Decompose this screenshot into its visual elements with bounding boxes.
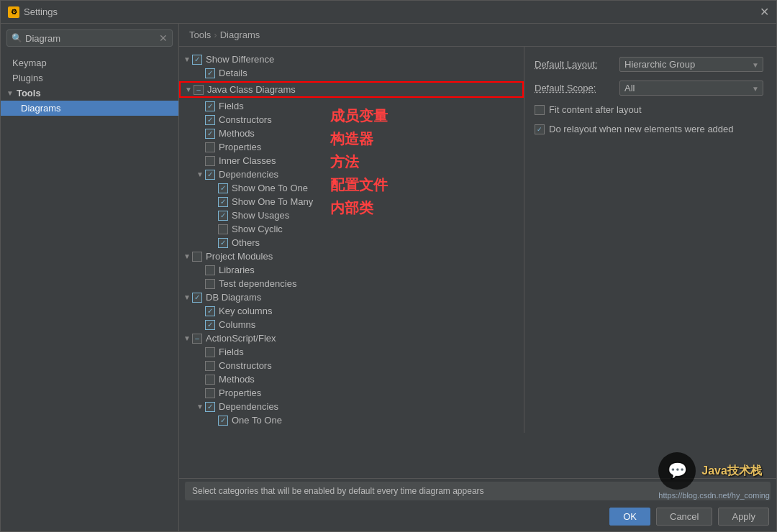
as-methods-label: Methods [219, 374, 255, 385]
sidebar-item-plugins[interactable]: Plugins [1, 70, 178, 86]
libraries-label: Libraries [219, 265, 255, 275]
as-one-to-one-label: One To One [232, 415, 282, 426]
window-icon: ⚙ [8, 6, 19, 18]
libraries-checkbox[interactable] [205, 265, 215, 275]
as-dep-toggle[interactable]: ▼ [195, 403, 205, 411]
as-one-to-one-checkbox[interactable]: ✓ [218, 416, 228, 426]
fit-content-checkbox[interactable] [535, 105, 545, 115]
dependencies-label: Dependencies [219, 169, 278, 180]
details-label: Details [219, 68, 247, 78]
tree-row-dependencies[interactable]: ▼ ✓ Dependencies [179, 168, 524, 181]
as-constructors-label: Constructors [219, 360, 272, 371]
inner-classes-checkbox[interactable] [205, 156, 215, 166]
tree-row-project-modules[interactable]: ▼ Project Modules [179, 249, 524, 263]
tree-row-properties[interactable]: Properties [179, 140, 524, 154]
close-button[interactable]: ✕ [760, 6, 769, 18]
project-modules-label: Project Modules [206, 251, 273, 262]
tree-row-methods[interactable]: ✓ Methods [179, 127, 524, 140]
sidebar-item-plugins-label: Plugins [12, 73, 43, 83]
apply-button[interactable]: Apply [718, 508, 769, 526]
tree-row-fields[interactable]: ✓ Fields [179, 99, 524, 113]
default-layout-select[interactable]: Hierarchic Group Circular Organic Orthog… [619, 57, 763, 72]
dependencies-checkbox[interactable]: ✓ [205, 170, 215, 180]
show-cyclic-checkbox[interactable] [218, 224, 228, 234]
others-label: Others [232, 237, 260, 248]
inner-classes-label: Inner Classes [219, 155, 276, 166]
tree-row-details[interactable]: ✓ Details [179, 66, 524, 80]
ok-button[interactable]: OK [609, 508, 650, 526]
constructors-label: Constructors [219, 114, 272, 125]
default-scope-select[interactable]: All Project Module [619, 81, 763, 96]
tree-row-inner-classes[interactable]: Inner Classes [179, 154, 524, 168]
others-checkbox[interactable]: ✓ [218, 238, 228, 248]
show-difference-toggle[interactable]: ▼ [182, 55, 192, 63]
cancel-button[interactable]: Cancel [656, 508, 712, 526]
tree-row-test-dependencies[interactable]: Test dependencies [179, 277, 524, 290]
key-columns-checkbox[interactable]: ✓ [205, 306, 215, 316]
tree-row-show-one-to-one[interactable]: ✓ Show One To One [179, 181, 524, 195]
columns-checkbox[interactable]: ✓ [205, 320, 215, 330]
tree-row-show-difference[interactable]: ▼ ✓ Show Difference [179, 52, 524, 66]
sidebar-item-diagrams[interactable]: Diagrams [1, 101, 178, 116]
tree-row-as-methods[interactable]: Methods [179, 372, 524, 386]
fields-checkbox[interactable]: ✓ [205, 101, 215, 111]
tree-row-actionscript-flex[interactable]: ▼ – ActionScript/Flex [179, 331, 524, 345]
constructors-checkbox[interactable]: ✓ [205, 115, 215, 125]
tree-row-show-one-to-many[interactable]: ✓ Show One To Many [179, 195, 524, 208]
java-class-label: Java Class Diagrams [207, 84, 296, 95]
tree-row-as-dependencies[interactable]: ▼ ✓ Dependencies [179, 400, 524, 413]
tree-row-as-one-to-one[interactable]: ✓ One To One [179, 413, 524, 427]
search-input[interactable] [25, 33, 156, 44]
fit-content-row[interactable]: Fit content after layout [535, 104, 766, 115]
as-flex-toggle[interactable]: ▼ [182, 334, 192, 342]
as-properties-checkbox[interactable] [205, 388, 215, 398]
tree-row-show-cyclic[interactable]: Show Cyclic [179, 222, 524, 236]
tree-row-columns[interactable]: ✓ Columns [179, 318, 524, 331]
tree-row-libraries[interactable]: Libraries [179, 263, 524, 277]
fit-content-label: Fit content after layout [549, 104, 642, 115]
tree-row-constructors[interactable]: ✓ Constructors [179, 113, 524, 127]
show-difference-checkbox[interactable]: ✓ [192, 55, 202, 65]
methods-checkbox[interactable]: ✓ [205, 129, 215, 139]
db-diagrams-toggle[interactable]: ▼ [182, 293, 192, 301]
relayout-row[interactable]: ✓ Do relayout when new elements were add… [535, 124, 766, 134]
properties-label: Properties [219, 142, 261, 152]
tree-row-as-properties[interactable]: Properties [179, 386, 524, 400]
dependencies-toggle[interactable]: ▼ [195, 170, 205, 178]
as-fields-checkbox[interactable] [205, 347, 215, 357]
relayout-label: Do relayout when new elements were added [549, 124, 734, 134]
show-one-to-one-checkbox[interactable]: ✓ [218, 183, 228, 193]
right-settings-pane: Default Layout: Hierarchic Group Circula… [524, 47, 776, 478]
java-class-checkbox[interactable]: – [194, 85, 204, 95]
tree-row-db-diagrams[interactable]: ▼ ✓ DB Diagrams [179, 290, 524, 304]
sidebar-item-keymap[interactable]: Keymap [1, 55, 178, 70]
as-flex-checkbox[interactable]: – [192, 334, 202, 344]
show-usages-checkbox[interactable]: ✓ [218, 211, 228, 221]
search-icon: 🔍 [12, 33, 22, 43]
show-one-to-many-checkbox[interactable]: ✓ [218, 197, 228, 207]
properties-checkbox[interactable] [205, 142, 215, 152]
relayout-checkbox[interactable]: ✓ [535, 124, 545, 134]
tree-row-key-columns[interactable]: ✓ Key columns [179, 304, 524, 318]
as-fields-label: Fields [219, 347, 244, 357]
details-checkbox[interactable]: ✓ [205, 68, 215, 78]
tree-row-as-fields[interactable]: Fields [179, 345, 524, 359]
tree-row-java-class-diagrams[interactable]: ▼ – Java Class Diagrams [179, 81, 524, 98]
as-methods-checkbox[interactable] [205, 375, 215, 385]
test-dep-checkbox[interactable] [205, 279, 215, 289]
sidebar-item-tools[interactable]: ▼ Tools [1, 86, 178, 101]
sidebar-item-tools-label: Tools [17, 88, 41, 98]
as-dependencies-checkbox[interactable]: ✓ [205, 402, 215, 412]
project-modules-checkbox[interactable] [192, 252, 202, 262]
tree-row-others[interactable]: ✓ Others [179, 236, 524, 249]
java-class-toggle[interactable]: ▼ [183, 86, 194, 93]
sidebar-item-keymap-label: Keymap [12, 58, 47, 68]
tools-toggle-icon: ▼ [6, 89, 14, 97]
db-diagrams-checkbox[interactable]: ✓ [192, 293, 202, 303]
as-constructors-checkbox[interactable] [205, 361, 215, 371]
project-modules-toggle[interactable]: ▼ [182, 252, 192, 260]
tree-row-show-usages[interactable]: ✓ Show Usages [179, 208, 524, 222]
clear-search-icon[interactable]: ✕ [159, 32, 168, 44]
sidebar-item-diagrams-label: Diagrams [21, 103, 61, 114]
tree-row-as-constructors[interactable]: Constructors [179, 359, 524, 372]
